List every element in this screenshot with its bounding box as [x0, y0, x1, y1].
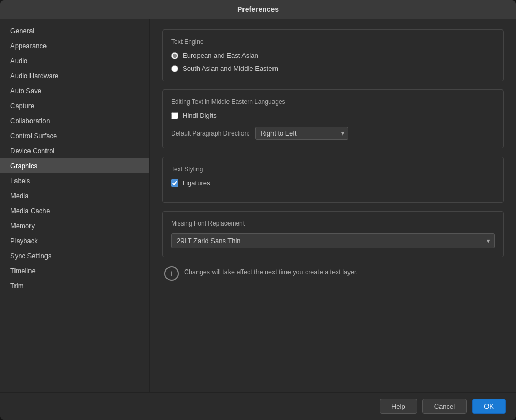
sidebar-item-audio[interactable]: Audio — [0, 53, 149, 68]
missing-font-title: Missing Font Replacement — [171, 220, 495, 227]
main-content: Text Engine European and East Asian Sout… — [150, 19, 516, 392]
sidebar-item-sync-settings[interactable]: Sync Settings — [0, 248, 149, 263]
paragraph-direction-label: Default Paragraph Direction: — [171, 130, 249, 137]
font-replacement-dropdown[interactable]: 29LT Zarid Sans Thin Arial Helvetica Tim… — [171, 233, 495, 248]
sidebar-item-capture[interactable]: Capture — [0, 98, 149, 113]
editing-text-title: Editing Text in Middle Eastern Languages — [171, 98, 495, 106]
sidebar-item-auto-save[interactable]: Auto Save — [0, 83, 149, 98]
sidebar-item-appearance[interactable]: Appearance — [0, 38, 149, 53]
paragraph-direction-dropdown[interactable]: Right to Left Left to Right — [255, 127, 348, 140]
sidebar-item-control-surface[interactable]: Control Surface — [0, 128, 149, 143]
text-engine-label-2[interactable]: South Asian and Middle Eastern — [183, 65, 278, 72]
preferences-dialog: Preferences GeneralAppearanceAudioAudio … — [0, 0, 516, 420]
sidebar-item-graphics[interactable]: Graphics — [0, 158, 149, 173]
ligatures-row: Ligatures — [171, 179, 495, 187]
missing-font-section: Missing Font Replacement 29LT Zarid Sans… — [162, 211, 504, 257]
text-styling-section: Text Styling Ligatures — [162, 157, 504, 203]
paragraph-direction-dropdown-wrapper: Right to Left Left to Right — [255, 127, 348, 140]
font-dropdown-wrapper: 29LT Zarid Sans Thin Arial Helvetica Tim… — [171, 233, 495, 248]
hindi-digits-label[interactable]: Hindi Digits — [183, 112, 217, 119]
text-engine-title: Text Engine — [171, 38, 495, 46]
paragraph-direction-row: Default Paragraph Direction: Right to Le… — [171, 127, 495, 140]
info-icon: i — [164, 266, 179, 281]
sidebar-item-trim[interactable]: Trim — [0, 278, 149, 293]
text-engine-radio-1[interactable] — [171, 52, 178, 59]
sidebar-item-audio-hardware[interactable]: Audio Hardware — [0, 68, 149, 83]
content-area: GeneralAppearanceAudioAudio HardwareAuto… — [0, 19, 516, 392]
footer: Help Cancel OK — [0, 392, 516, 420]
sidebar-item-memory[interactable]: Memory — [0, 218, 149, 233]
sidebar-item-labels[interactable]: Labels — [0, 173, 149, 188]
text-engine-label-1[interactable]: European and East Asian — [183, 52, 259, 59]
ligatures-checkbox[interactable] — [171, 179, 178, 187]
sidebar-item-general[interactable]: General — [0, 23, 149, 38]
text-engine-radio-2[interactable] — [171, 65, 178, 72]
help-button[interactable]: Help — [380, 399, 417, 414]
text-engine-section: Text Engine European and East Asian Sout… — [162, 29, 504, 81]
sidebar-item-collaboration[interactable]: Collaboration — [0, 113, 149, 128]
editing-text-section: Editing Text in Middle Eastern Languages… — [162, 89, 504, 148]
text-styling-title: Text Styling — [171, 166, 495, 173]
sidebar-item-device-control[interactable]: Device Control — [0, 143, 149, 158]
text-engine-option1-row: European and East Asian — [171, 52, 495, 59]
sidebar-item-media[interactable]: Media — [0, 188, 149, 203]
hindi-digits-checkbox[interactable] — [171, 112, 178, 119]
sidebar-item-playback[interactable]: Playback — [0, 233, 149, 248]
sidebar: GeneralAppearanceAudioAudio HardwareAuto… — [0, 19, 150, 392]
text-engine-radio-group: European and East Asian South Asian and … — [171, 52, 495, 72]
sidebar-item-media-cache[interactable]: Media Cache — [0, 203, 149, 218]
dialog-title: Preferences — [237, 5, 279, 13]
cancel-button[interactable]: Cancel — [422, 399, 467, 414]
ok-button[interactable]: OK — [472, 399, 506, 414]
ligatures-label[interactable]: Ligatures — [183, 179, 210, 187]
title-bar: Preferences — [0, 0, 516, 19]
text-engine-option2-row: South Asian and Middle Eastern — [171, 65, 495, 72]
sidebar-item-timeline[interactable]: Timeline — [0, 263, 149, 278]
info-row: i Changes will take effect the next time… — [162, 265, 504, 281]
hindi-digits-row: Hindi Digits — [171, 112, 495, 119]
info-message: Changes will take effect the next time y… — [184, 265, 358, 277]
